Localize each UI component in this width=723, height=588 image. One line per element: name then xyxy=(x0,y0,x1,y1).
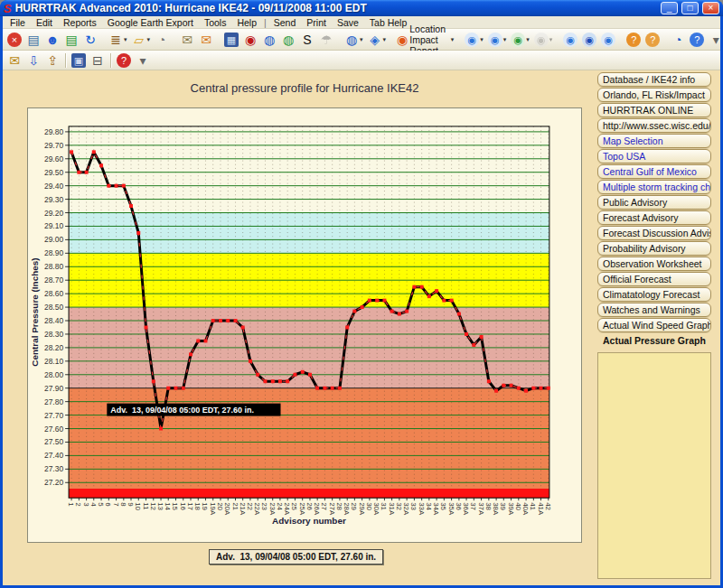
svg-text:28.10: 28.10 xyxy=(44,357,63,366)
sidebar-item-public-advisory[interactable]: Public Advisory xyxy=(597,195,711,210)
globe-west-button[interactable]: ◍ xyxy=(260,32,278,48)
sidebar-buttons: Database / IKE42 infoOrlando, FL Risk/Im… xyxy=(597,72,711,349)
user-question-2-button[interactable]: ? xyxy=(643,32,662,48)
sidebar-item-http-www-ssec-wisc-edu-data-g8-lat[interactable]: http://www.ssec.wisc.edu/data/g8/lat xyxy=(597,118,711,133)
selected-point-label: Adv. 13, 09/04/08 05:00 EDT, 27.60 in. xyxy=(209,549,383,565)
main-toolbar: ×▤☻▤↻≣▾▱▾◔✉✉▦◉◍◍S☂◍▾◈▾◉Location Impact R… xyxy=(3,29,720,51)
sidebar-item-database-ike42-info[interactable]: Database / IKE42 info xyxy=(597,72,711,87)
svg-text:27.70: 27.70 xyxy=(44,411,63,420)
svg-text:23: 23 xyxy=(260,502,268,510)
open-folder-button[interactable]: ▱▾ xyxy=(130,32,153,48)
report-globe-green-button[interactable]: ◉▾ xyxy=(509,32,531,48)
menu-item-reports[interactable]: Reports xyxy=(58,17,102,28)
sidebar-item-observation-worksheet[interactable]: Observation Worksheet xyxy=(597,257,711,271)
toolbar-separator xyxy=(110,53,111,68)
google-earth-button[interactable]: ◍▾ xyxy=(343,32,365,48)
report-tool-2-button[interactable]: ◉ xyxy=(580,32,598,48)
svg-text:11: 11 xyxy=(142,502,150,510)
sidebar-item-hurrtrak-online[interactable]: HURRTRAK ONLINE xyxy=(597,103,711,117)
data-levels-button[interactable]: ≣▾ xyxy=(107,32,129,48)
mail-report-button[interactable]: ✉ xyxy=(5,52,23,69)
svg-text:28.30: 28.30 xyxy=(44,330,63,339)
minimize-button[interactable]: _ xyxy=(661,2,678,14)
rain-forecast-button[interactable]: ☂ xyxy=(317,32,335,48)
sidebar-item-probability-advisory[interactable]: Probability Advisory xyxy=(597,241,711,256)
open-mail-icon: ✉ xyxy=(199,33,213,47)
svg-text:14: 14 xyxy=(164,502,172,510)
report-tool-1-button[interactable]: ◉ xyxy=(561,32,579,48)
sidebar-item-official-forecast[interactable]: Official Forecast xyxy=(597,272,711,286)
sidebar-item-topo-usa[interactable]: Topo USA xyxy=(597,149,711,163)
refresh-data-icon: ↻ xyxy=(83,33,98,47)
close-button[interactable]: × xyxy=(702,2,719,14)
svg-text:33A: 33A xyxy=(418,502,426,516)
zoom-report-button[interactable]: ◉▾ xyxy=(532,32,555,48)
menu-item-tools[interactable]: Tools xyxy=(199,17,232,28)
menu-item-edit[interactable]: Edit xyxy=(31,17,58,28)
sidebar-item-watches-and-warnings[interactable]: Watches and Warnings xyxy=(597,303,711,317)
user-profile-button[interactable]: ☻ xyxy=(43,32,61,48)
svg-text:28.70: 28.70 xyxy=(44,275,63,285)
sidebar-item-actual-pressure-graph[interactable]: Actual Pressure Graph xyxy=(597,333,711,348)
svg-text:35: 35 xyxy=(439,502,447,510)
svg-text:19A: 19A xyxy=(209,502,217,516)
maximize-button[interactable]: □ xyxy=(681,2,699,14)
history-button[interactable]: ◔ xyxy=(153,32,171,48)
menu-item-save[interactable]: Save xyxy=(332,17,364,28)
refresh-data-button[interactable]: ↻ xyxy=(81,32,99,48)
menu-item-file[interactable]: File xyxy=(5,17,31,28)
report-tool-3-button[interactable]: ◉ xyxy=(599,32,617,48)
sidebar-item-multiple-storm-tracking-chart[interactable]: Multiple storm tracking chart xyxy=(597,180,711,194)
svg-text:27: 27 xyxy=(320,502,328,510)
svg-text:22: 22 xyxy=(246,502,254,510)
help-button[interactable]: ? xyxy=(688,32,706,48)
svg-text:27.50: 27.50 xyxy=(44,437,63,446)
sidebar-item-actual-wind-speed-graph[interactable]: Actual Wind Speed Graph xyxy=(597,318,711,332)
sidebar-item-orlando-fl-risk-impact[interactable]: Orlando, FL Risk/Impact xyxy=(597,88,711,102)
import-button[interactable]: ⇩ xyxy=(24,52,42,69)
storm-symbol-button[interactable]: S xyxy=(298,32,316,48)
svg-text:27.20: 27.20 xyxy=(44,478,63,487)
svg-text:34A: 34A xyxy=(432,502,440,516)
user-question-1-icon: ? xyxy=(626,33,641,47)
toolbar2-overflow-button[interactable]: ▾ xyxy=(134,52,152,69)
send-receive-icon: ✉ xyxy=(180,33,194,47)
svg-text:3: 3 xyxy=(82,502,90,507)
history-icon: ◔ xyxy=(155,33,169,47)
tab-help-button[interactable]: ? xyxy=(115,52,133,69)
svg-text:40: 40 xyxy=(514,502,522,510)
report-globe-green-icon: ◉ xyxy=(511,33,525,47)
svg-text:Central Pressure (Inches): Central Pressure (Inches) xyxy=(30,257,40,366)
sidebar-item-climatatology-forecast[interactable]: Climatatology Forecast xyxy=(597,287,711,302)
svg-text:25A: 25A xyxy=(298,502,306,516)
toolbar-overflow-button[interactable]: ▾ xyxy=(707,32,723,48)
print-button[interactable]: ⊟ xyxy=(89,52,107,69)
hurricane-warning-button[interactable]: ◉ xyxy=(241,32,259,48)
close-report-button[interactable]: × xyxy=(5,32,23,48)
save-button[interactable]: ▣ xyxy=(70,52,88,69)
report-window-button[interactable]: ▤ xyxy=(24,32,42,48)
report-globe-2-button[interactable]: ◉▾ xyxy=(486,32,509,48)
menu-item-help[interactable]: Help xyxy=(231,17,262,28)
sidebar-item-forecast-advisory[interactable]: Forecast Advisory xyxy=(597,210,711,225)
satellite-image-button[interactable]: ▦ xyxy=(222,32,240,48)
menu-item-send[interactable]: Send xyxy=(268,17,302,28)
map-export-button[interactable]: ◈▾ xyxy=(366,32,389,48)
export-button[interactable]: ⇪ xyxy=(43,52,61,69)
pressure-chart[interactable]: 29.8029.7029.6029.5029.4029.3029.2029.10… xyxy=(27,107,582,543)
sidebar-item-forecast-discussion-advisory[interactable]: Forecast Discussion Advisory xyxy=(597,226,711,240)
sidebar-item-map-selection[interactable]: Map Selection xyxy=(597,134,711,148)
send-receive-button[interactable]: ✉ xyxy=(178,32,196,48)
open-mail-button[interactable]: ✉ xyxy=(197,32,215,48)
sidebar-item-central-gulf-of-mexico[interactable]: Central Gulf of Mexico xyxy=(597,164,711,179)
chevron-down-icon: ▾ xyxy=(383,36,387,43)
user-question-1-button[interactable]: ? xyxy=(624,32,643,48)
menu-item-google-earth-export[interactable]: Google Earth Export xyxy=(102,17,199,28)
svg-text:29.10: 29.10 xyxy=(44,221,63,230)
menu-item-print[interactable]: Print xyxy=(301,17,332,28)
clock-12-button[interactable]: ◔ xyxy=(669,32,687,48)
svg-text:21A: 21A xyxy=(239,502,247,516)
report-globe-1-button[interactable]: ◉▾ xyxy=(463,32,485,48)
globe-east-button[interactable]: ◍ xyxy=(279,32,297,48)
advisory-text-button[interactable]: ▤ xyxy=(62,32,80,48)
